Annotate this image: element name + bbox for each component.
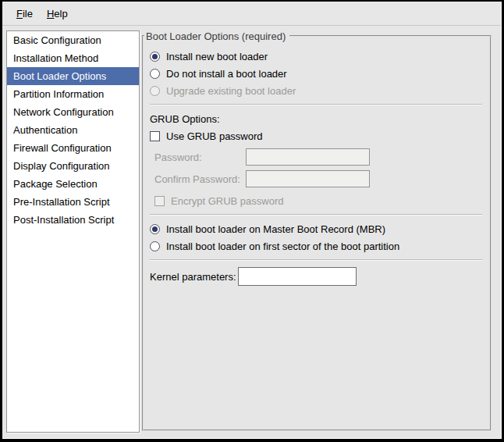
password-input[interactable]: [246, 148, 370, 166]
sidebar-item-partition-information[interactable]: Partition Information: [7, 85, 139, 103]
radio-do-not-install-boot-loader[interactable]: [150, 69, 160, 79]
frame-title: Boot Loader Options (required): [144, 30, 289, 43]
menu-file[interactable]: File: [9, 4, 40, 23]
sidebar-section-list: Basic ConfigurationInstallation MethodBo…: [6, 30, 140, 433]
radio-row-do-not-install[interactable]: Do not install a boot loader: [150, 65, 482, 82]
confirm-password-field-row: Confirm Password:: [154, 170, 482, 187]
radio-install-new-boot-loader[interactable]: [150, 52, 160, 62]
password-field-row: Password:: [154, 148, 482, 166]
check-row-use-grub-password[interactable]: Use GRUB password: [150, 127, 482, 144]
checkbox-encrypt-grub-password: [154, 196, 165, 206]
separator: [150, 259, 482, 261]
sidebar-item-pre-installation-script[interactable]: Pre-Installation Script: [7, 193, 139, 211]
radio-label: Do not install a boot loader: [166, 68, 287, 80]
checkbox-use-grub-password[interactable]: [150, 131, 160, 141]
checkbox-label: Encrypt GRUB password: [171, 195, 284, 207]
sidebar-item-basic-configuration[interactable]: Basic Configuration: [7, 31, 139, 49]
radio-row-upgrade-existing: Upgrade existing boot loader: [150, 82, 482, 99]
radio-label: Install new boot loader: [166, 51, 268, 62]
grub-options-label: GRUB Options:: [150, 110, 482, 127]
password-label: Password:: [154, 151, 246, 163]
sidebar-item-package-selection[interactable]: Package Selection: [7, 175, 139, 193]
radio-install-on-first-sector[interactable]: [150, 241, 160, 251]
radio-label: Install boot loader on Master Boot Recor…: [166, 223, 385, 235]
menu-bar: FileHelp: [2, 2, 501, 26]
sidebar-item-display-configuration[interactable]: Display Configuration: [7, 157, 139, 175]
sidebar-item-authentication[interactable]: Authentication: [7, 121, 139, 139]
kernel-parameters-row: Kernel parameters:: [150, 267, 482, 286]
check-row-encrypt-grub-password: Encrypt GRUB password: [154, 192, 482, 209]
radio-install-on-mbr[interactable]: [150, 224, 160, 234]
boot-loader-options-frame: Boot Loader Options (required) Install n…: [142, 35, 492, 431]
radio-label: Upgrade existing boot loader: [166, 85, 296, 97]
sidebar-item-firewall-configuration[interactable]: Firewall Configuration: [7, 139, 139, 157]
confirm-password-label: Confirm Password:: [154, 173, 246, 185]
separator: [150, 104, 482, 105]
radio-label: Install boot loader on first sector of t…: [166, 241, 399, 252]
radio-row-install-mbr[interactable]: Install boot loader on Master Boot Recor…: [150, 220, 482, 237]
radio-row-install-first-sector[interactable]: Install boot loader on first sector of t…: [150, 237, 482, 255]
sidebar-item-post-installation-script[interactable]: Post-Installation Script: [7, 211, 139, 229]
menu-help[interactable]: Help: [40, 4, 75, 23]
confirm-password-input[interactable]: [246, 170, 370, 187]
sidebar-item-installation-method[interactable]: Installation Method: [7, 49, 139, 67]
radio-upgrade-existing-boot-loader: [150, 86, 160, 96]
app-window: FileHelp Basic ConfigurationInstallation…: [2, 2, 502, 439]
separator: [150, 214, 482, 216]
sidebar-item-boot-loader-options[interactable]: Boot Loader Options: [7, 67, 139, 85]
radio-row-install-new[interactable]: Install new boot loader: [150, 48, 482, 65]
kernel-parameters-label: Kernel parameters:: [150, 271, 238, 283]
checkbox-label: Use GRUB password: [166, 130, 263, 142]
sidebar-item-network-configuration[interactable]: Network Configuration: [7, 103, 139, 121]
kernel-parameters-input[interactable]: [238, 267, 357, 286]
